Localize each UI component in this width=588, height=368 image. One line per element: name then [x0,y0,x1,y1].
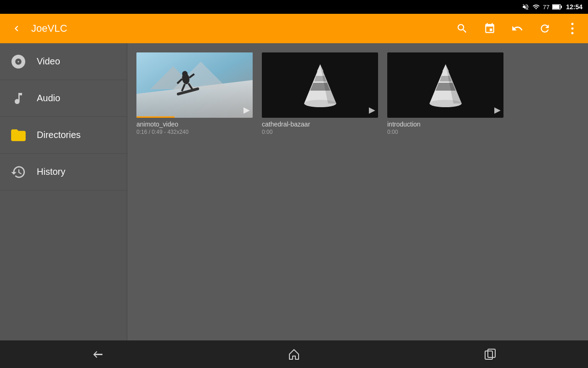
video-thumb-2: ▶ [262,52,378,118]
play-overlay-1: ▶ [243,105,250,115]
sidebar-audio-label: Audio [37,93,60,104]
sidebar-item-history[interactable]: History [0,154,127,190]
video-item-3[interactable]: ▶ introduction 0:00 [387,52,503,137]
video-meta-1: 0:16 / 0:49 - 432x240 [136,129,253,135]
app-title: JoeVLC [31,23,448,34]
status-icons: 77 [522,3,562,11]
video-info-1: animoto_video 0:16 / 0:49 - 432x240 [136,118,253,137]
clock-icon [9,163,28,181]
svg-point-3 [571,23,574,25]
search-button[interactable] [454,20,470,37]
back-button[interactable] [7,19,26,38]
svg-rect-2 [561,6,562,8]
more-button[interactable] [564,20,581,37]
svg-point-13 [14,64,16,66]
video-name-2: cathedral-bazaar [262,121,378,128]
video-info-2: cathedral-bazaar 0:00 [262,118,378,137]
film-reel-icon [9,52,28,71]
mute-icon [522,3,529,11]
svg-point-4 [571,28,574,30]
sidebar: Video Audio Directories [0,43,127,340]
sidebar-directories-label: Directories [37,130,81,140]
progress-bar-1 [136,116,175,118]
pin-button[interactable] [481,20,498,37]
svg-point-7 [17,66,19,68]
video-name-1: animoto_video [136,121,253,128]
svg-rect-1 [553,5,560,9]
video-name-3: introduction [387,121,503,128]
music-note-icon [9,89,28,108]
top-bar: JoeVLC [0,14,588,43]
battery-icon [552,4,562,10]
content-area: ▶ animoto_video 0:16 / 0:49 - 432x240 [127,43,588,340]
battery-percent: 77 [543,4,549,11]
svg-point-8 [12,61,14,63]
video-info-3: introduction 0:00 [387,118,503,137]
svg-point-11 [21,64,23,66]
undo-button[interactable] [509,20,526,37]
folder-icon [9,126,28,144]
svg-point-9 [23,61,24,63]
svg-point-12 [21,57,23,59]
video-item-2[interactable]: ▶ cathedral-bazaar 0:00 [262,52,378,137]
sidebar-item-audio[interactable]: Audio [0,80,127,117]
system-recent-button[interactable] [472,343,509,366]
svg-point-6 [17,55,19,57]
toolbar-icons [454,20,581,37]
sidebar-item-directories[interactable]: Directories [0,117,127,154]
sidebar-item-video[interactable]: Video [0,43,127,80]
play-overlay-2: ▶ [369,105,375,115]
svg-rect-37 [485,351,492,359]
video-meta-2: 0:00 [262,129,378,135]
system-home-button[interactable] [276,343,312,366]
video-grid: ▶ animoto_video 0:16 / 0:49 - 432x240 [136,52,579,137]
sidebar-history-label: History [37,167,65,177]
wifi-icon [532,3,540,11]
svg-point-10 [14,57,16,59]
sidebar-video-label: Video [37,56,60,67]
status-bar: 77 12:54 [0,0,588,14]
status-time: 12:54 [566,3,582,11]
video-thumb-1: ▶ [136,52,253,118]
video-thumb-3: ▶ [387,52,503,118]
main-content: Video Audio Directories [0,43,588,340]
svg-point-5 [571,32,574,34]
video-meta-3: 0:00 [387,129,503,135]
play-overlay-3: ▶ [494,105,501,115]
system-back-button[interactable] [79,343,116,366]
refresh-button[interactable] [537,20,553,37]
svg-rect-38 [488,349,495,357]
bottom-bar [0,340,588,368]
video-item-1[interactable]: ▶ animoto_video 0:16 / 0:49 - 432x240 [136,52,253,137]
